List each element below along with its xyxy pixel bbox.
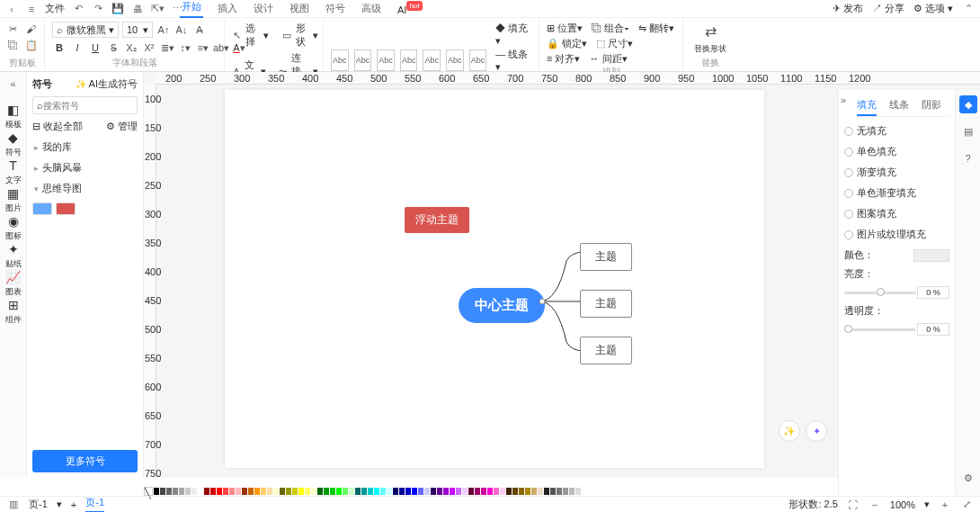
fill-option-4[interactable]: 图案填充 [844, 207, 949, 220]
tab-design[interactable]: 设计 [252, 0, 275, 18]
color-swatch-item[interactable] [229, 488, 235, 495]
sub-topic-1[interactable]: 主题 [580, 243, 632, 271]
position-button[interactable]: ⊞ 位置▾ [547, 22, 583, 35]
color-swatch-item[interactable] [292, 488, 298, 495]
brightness-value[interactable]: 0 % [917, 286, 949, 299]
bold-button[interactable]: B [52, 40, 67, 55]
pages-icon[interactable]: ▥ [7, 499, 20, 511]
rtab-shadow[interactable]: 阴影 [922, 95, 941, 116]
color-swatch-item[interactable] [298, 488, 304, 495]
color-swatch-item[interactable] [305, 488, 310, 495]
color-swatch-item[interactable] [387, 488, 392, 495]
font-grow-icon[interactable]: A↑ [156, 22, 171, 37]
spacing-arrange-button[interactable]: ↔ 间距▾ [589, 52, 627, 66]
paste-icon[interactable]: 📋 [24, 38, 39, 52]
underline-button[interactable]: U [88, 40, 102, 55]
size-button[interactable]: ⬚ 尺寸▾ [596, 37, 633, 50]
leftrail-文字[interactable]: T文字 [5, 158, 22, 186]
symbol-thumb-1[interactable] [32, 202, 52, 215]
color-swatch-item[interactable] [173, 488, 178, 495]
color-swatch-item[interactable] [204, 488, 209, 495]
color-swatch-item[interactable] [286, 488, 291, 495]
color-swatch-item[interactable] [336, 488, 342, 495]
opacity-slider[interactable] [844, 328, 916, 331]
leftrail-图标[interactable]: ◉图标 [5, 214, 22, 242]
color-swatch-item[interactable] [273, 488, 279, 495]
tab-view[interactable]: 视图 [288, 0, 311, 18]
color-swatch-item[interactable] [393, 488, 398, 495]
fill-dropdown[interactable]: ◆ 填充 ▾ [495, 22, 531, 47]
color-swatch-item[interactable] [261, 488, 266, 495]
color-swatch-item[interactable] [242, 488, 247, 495]
leftrail-组件[interactable]: ⊞组件 [5, 298, 22, 326]
color-swatch-item[interactable] [311, 488, 316, 495]
sup-button[interactable]: X² [142, 40, 156, 55]
strike-button[interactable]: S̶ [106, 40, 120, 55]
align-button[interactable]: ≡▾ [196, 40, 210, 55]
font-size-select[interactable]: 10▾ [122, 22, 153, 38]
color-swatch-item[interactable] [525, 488, 530, 495]
color-swatch-item[interactable] [487, 488, 493, 495]
lock-button[interactable]: 🔒 锁定▾ [547, 37, 587, 50]
color-swatch-item[interactable] [399, 488, 405, 495]
color-swatch-item[interactable] [424, 488, 430, 495]
collapse-right-icon[interactable]: » [837, 94, 850, 106]
color-swatch-item[interactable] [223, 488, 228, 495]
color-swatch-item[interactable] [475, 488, 480, 495]
symbol-thumb-2[interactable] [56, 202, 76, 215]
lib-mindmap[interactable]: ▾思维导图 [32, 178, 138, 199]
color-swatch[interactable] [913, 249, 949, 262]
style-preset-1[interactable]: Abc [331, 49, 349, 71]
color-swatch-item[interactable] [185, 488, 191, 495]
zoom-value[interactable]: 100% [890, 499, 915, 510]
color-swatch-item[interactable] [267, 488, 272, 495]
copy-icon[interactable]: ⿻ [6, 38, 21, 52]
add-page-button[interactable]: + [71, 499, 76, 510]
manage-button[interactable]: ⚙ 管理 [106, 120, 138, 133]
leftrail-贴纸[interactable]: ✦贴纸 [5, 242, 22, 270]
center-topic-node[interactable]: 中心主题 [459, 288, 545, 323]
style-preset-4[interactable]: Abc [400, 49, 418, 71]
color-swatch-item[interactable] [437, 488, 442, 495]
canvas-page[interactable]: 浮动主题 中心主题 主题 主题 主题 [225, 90, 764, 468]
fill-option-2[interactable]: 渐变填充 [844, 166, 949, 179]
tab-insert[interactable]: 插入 [216, 0, 239, 18]
color-swatch-item[interactable] [368, 488, 373, 495]
clear-format-icon[interactable]: A̶ [192, 22, 207, 37]
color-palette-bar[interactable]: ╲ [144, 487, 836, 496]
color-swatch-item[interactable] [538, 488, 543, 495]
ai-float-button[interactable]: ✨ [779, 420, 800, 442]
font-shrink-icon[interactable]: A↓ [174, 22, 189, 37]
color-swatch-item[interactable] [531, 488, 537, 495]
color-swatch-item[interactable] [557, 488, 562, 495]
style-preset-6[interactable]: Abc [446, 49, 464, 71]
color-swatch-item[interactable] [160, 488, 165, 495]
color-swatch-item[interactable] [519, 488, 524, 495]
color-swatch-item[interactable] [450, 488, 455, 495]
color-swatch-item[interactable] [481, 488, 486, 495]
no-color-icon[interactable]: ╲ [144, 487, 153, 496]
font-family-select[interactable]: ⌕微软雅黑▾ [52, 22, 119, 38]
color-swatch-item[interactable] [468, 488, 474, 495]
color-swatch-item[interactable] [374, 488, 379, 495]
style-preset-2[interactable]: Abc [354, 49, 372, 71]
color-swatch-item[interactable] [380, 488, 386, 495]
fill-option-0[interactable]: 无填充 [844, 124, 949, 138]
zoom-out-icon[interactable]: − [869, 499, 881, 511]
color-swatch-item[interactable] [355, 488, 361, 495]
spacing-button[interactable]: ↕▾ [178, 40, 192, 55]
sub-topic-2[interactable]: 主题 [580, 290, 632, 318]
rail-style-icon[interactable]: ◆ [959, 95, 977, 113]
ai-generate-link[interactable]: ✨ AI生成符号 [76, 77, 138, 91]
fill-option-5[interactable]: 图片或纹理填充 [844, 228, 949, 241]
color-swatch-item[interactable] [544, 488, 549, 495]
leftrail-图表[interactable]: 📈图表 [5, 270, 22, 298]
color-swatch-item[interactable] [192, 488, 197, 495]
color-swatch-item[interactable] [280, 488, 285, 495]
color-swatch-item[interactable] [236, 488, 241, 495]
color-swatch-item[interactable] [361, 488, 367, 495]
color-swatch-item[interactable] [248, 488, 254, 495]
rail-settings-icon[interactable]: ⚙ [959, 469, 977, 487]
color-swatch-item[interactable] [217, 488, 222, 495]
color-swatch-item[interactable] [462, 488, 468, 495]
